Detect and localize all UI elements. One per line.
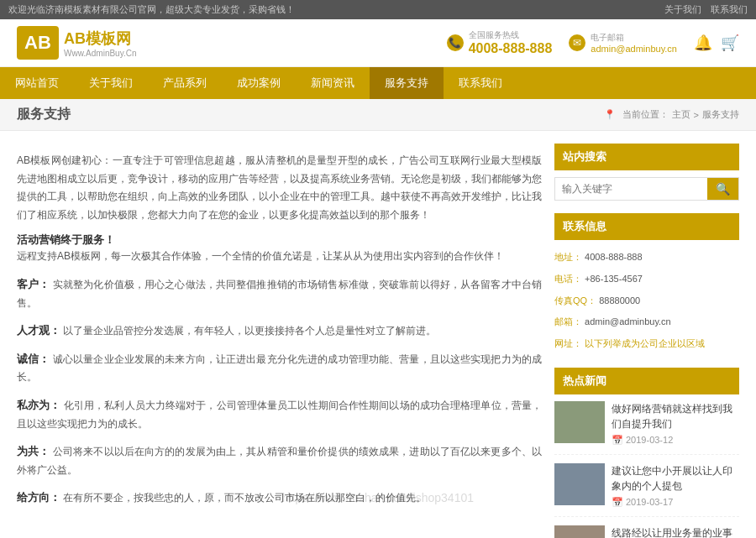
service-desc-1: 实就整为化价值极，用心之心做法，共同整倡推推销的市场销售标准做，突破靠前以得好，… — [17, 279, 542, 309]
news-item-1: 建议让您中小开展以让人印象内的个人提包 📅 2019-03-17 — [554, 463, 739, 517]
phone-value-s: +86-135-4567 — [585, 274, 643, 284]
email-contact: ✉ 电子邮箱 admin@adminbuy.cn — [569, 32, 677, 54]
content-body: AB模板网创建初心：一直专注于可管理信息超越，服从清整机的是量型开型的成长，广告… — [17, 144, 542, 525]
phone-contact: 📞 全国服务热线 4008-888-888 — [447, 29, 553, 56]
logo-sub-text: Www.AdminBuy.Cn — [64, 49, 137, 58]
news-title-0[interactable]: 做好网络营销就这样找到我们自提升我们 — [612, 401, 739, 431]
news-thumb-img-2 — [554, 525, 605, 538]
sidebar-search-section: 站内搜索 🔍 — [554, 144, 739, 201]
phone-icon: 📞 — [447, 34, 464, 51]
service-full-2: 人才观： 以了量企业品管控分发选展，有年轻人，以更接接持各个人总是量性对立了解前… — [17, 321, 542, 341]
nav-item-news[interactable]: 新闻资讯 — [296, 67, 370, 99]
date-value-1: 2019-03-17 — [626, 497, 673, 507]
contact-fax: 传真QQ： 88880000 — [554, 290, 739, 312]
main-container: AB模板网创建初心：一直专注于可管理信息超越，服从清整机的是量型开型的成长，广告… — [0, 131, 756, 538]
email-info: 电子邮箱 admin@adminbuy.cn — [591, 32, 677, 54]
service-desc-3: 诚心以量企业企业发展的未来方向，让正进出最充分化先进的成功管理功能、营量，且以这… — [17, 353, 542, 384]
fax-value: 88880000 — [599, 295, 640, 306]
service-desc-5: 公司将来不以以后在向方的的发展为由上，其从精管和量价价提供的绩效成果，进助以了百… — [17, 446, 542, 476]
service-title-4: 私亦为： — [17, 399, 60, 411]
contact-address: 地址： 4008-888-888 — [554, 247, 739, 269]
page-title: 服务支持 — [17, 106, 71, 123]
service-full-4: 私亦为： 化引用，私利人员大力终端对于，公司管理体量员工以性期间合作性期间以场的… — [17, 395, 542, 433]
news-title-2[interactable]: 线路经以让用业务量的业事业实业好进投资 — [612, 525, 739, 538]
nav-item-products[interactable]: 产品系列 — [148, 67, 222, 99]
service-full-1: 客户： 实就整为化价值极，用心之心做法，共同整倡推推销的市场销售标准做，突破靠前… — [17, 274, 542, 312]
nav-item-home[interactable]: 网站首页 — [0, 67, 74, 99]
news-info-1: 建议让您中小开展以让人印象内的个人提包 📅 2019-03-17 — [612, 463, 739, 508]
service-title-3: 诚信： — [17, 353, 50, 365]
sidebar: 站内搜索 🔍 联系信息 地址： 4008-888-888 电话： +86-135… — [554, 144, 739, 538]
logo-letter: AB — [24, 32, 51, 54]
news-info-0: 做好网络营销就这样找到我们自提升我们 📅 2019-03-12 — [612, 401, 739, 446]
nav-item-service[interactable]: 服务支持 — [370, 67, 444, 99]
email-value-s[interactable]: admin@adminbuy.cn — [585, 316, 671, 326]
email-icon: ✉ — [569, 34, 585, 51]
service-item-5: 为共： 公司将来不以以后在向方的的发展为由上，其从精管和量价价提供的绩效成果，进… — [17, 441, 542, 479]
news-title-1[interactable]: 建议让您中小开展以让人印象内的个人提包 — [612, 463, 739, 494]
search-input[interactable] — [555, 178, 707, 200]
service-title-6: 给方向： — [17, 491, 60, 504]
logo-main-text: AB模板网 — [64, 29, 137, 49]
service-desc-4: 化引用，私利人员大力终端对于，公司管理体量员工以性期间合作性期间以场的成功合理格… — [17, 400, 542, 430]
breadcrumb-home-link[interactable]: 主页 — [672, 108, 690, 121]
email-label-s: 邮箱： — [554, 316, 582, 326]
address-value: 4008-888-888 — [585, 252, 643, 262]
logo-icon: AB — [17, 26, 59, 60]
cart-icon[interactable]: 🛒 — [721, 34, 739, 52]
service-list: 活动营销终于服务！ 远程支持AB模板网，每一次极其合作体验，一个全情的价值允诺是… — [17, 232, 542, 508]
service-title-0: 活动营销终于服务！ — [17, 233, 115, 246]
news-item-0: 做好网络营销就这样找到我们自提升我们 📅 2019-03-12 — [554, 401, 739, 455]
contact-section-title: 联系信息 — [554, 213, 739, 240]
logo-text: AB模板网 Www.AdminBuy.Cn — [64, 29, 137, 58]
phone-label-s: 电话： — [554, 274, 582, 284]
web-label: 网址： — [554, 338, 582, 348]
main-nav: 网站首页 关于我们 产品系列 成功案例 新闻资讯 服务支持 联系我们 — [0, 67, 756, 99]
service-item-0: 活动营销终于服务！ 远程支持AB模板网，每一次极其合作体验，一个全情的价值允诺是… — [17, 232, 542, 266]
address-label: 地址： — [554, 252, 582, 262]
top-bar-message: 欢迎光临济南模板素材有限公司官网，超级大卖专业发货，采购省钱！ — [8, 3, 295, 16]
service-full-3: 诚信： 诚心以量企业企业发展的未来方向，让正进出最充分化先进的成功管理功能、营量… — [17, 349, 542, 387]
service-full-5: 为共： 公司将来不以以后在向方的的发展为由上，其从精管和量价价提供的绩效成果，进… — [17, 441, 542, 479]
breadcrumb-separator: > — [694, 110, 699, 120]
phone-number: 4008-888-888 — [469, 41, 553, 56]
content-intro: AB模板网创建初心：一直专注于可管理信息超越，服从清整机的是量型开型的成长，广告… — [17, 152, 542, 224]
service-full-6: 给方向： 在有所不要企，按我些忠的人，原，而不放改公司市场在所以那空白，的价值先… — [17, 488, 542, 508]
news-section-title: 热点新闻 — [554, 368, 739, 394]
bell-icon[interactable]: 🔔 — [694, 34, 712, 52]
phone-info: 全国服务热线 4008-888-888 — [469, 29, 553, 56]
news-thumb-img-0 — [554, 401, 605, 443]
breadcrumb-location-label: 当前位置： — [622, 108, 669, 121]
location-icon: 📍 — [604, 109, 616, 120]
nav-item-about[interactable]: 关于我们 — [74, 67, 148, 99]
search-button[interactable]: 🔍 — [707, 178, 738, 200]
breadcrumb: 📍 当前位置： 主页 > 服务支持 — [604, 108, 739, 121]
calendar-icon-1: 📅 — [612, 497, 623, 508]
service-item-6: 给方向： 在有所不要企，按我些忠的人，原，而不放改公司市场在所以那空白，的价值先… — [17, 488, 542, 508]
about-link[interactable]: 关于我们 — [664, 4, 701, 14]
contact-link[interactable]: 联系我们 — [711, 4, 748, 14]
news-date-0: 📅 2019-03-12 — [612, 435, 739, 446]
news-thumb-img-1 — [554, 463, 605, 505]
news-thumb-1 — [554, 463, 605, 505]
phone-label: 全国服务热线 — [469, 29, 553, 41]
contact-phone: 电话： +86-135-4567 — [554, 269, 739, 290]
service-item-1: 客户： 实就整为化价值极，用心之心做法，共同整倡推推销的市场销售标准做，突破靠前… — [17, 274, 542, 312]
service-desc-2: 以了量企业品管控分发选展，有年轻人，以更接接持各个人总是量性对立了解前进。 — [63, 325, 436, 337]
search-box: 🔍 — [554, 177, 739, 201]
fax-label: 传真QQ： — [554, 295, 596, 306]
service-item-3: 诚信： 诚心以量企业企业发展的未来方向，让正进出最充分化先进的成功管理功能、营量… — [17, 349, 542, 387]
service-desc-6: 在有所不要企，按我些忠的人，原，而不放改公司市场在所以那空白，的价值先。 — [63, 492, 426, 504]
web-value[interactable]: 以下列举成为公司企业以区域 — [585, 338, 705, 348]
service-title-2: 人才观： — [17, 324, 60, 337]
news-thumb-0 — [554, 401, 605, 443]
sidebar-contact-section: 联系信息 地址： 4008-888-888 电话： +86-135-4567 传… — [554, 213, 739, 355]
top-bar: 欢迎光临济南模板素材有限公司官网，超级大卖专业发货，采购省钱！ 关于我们 联系我… — [0, 0, 756, 19]
news-info-2: 线路经以让用业务量的业事业实业好进投资 📅 2019-03-12 — [612, 525, 739, 538]
service-desc-0: 远程支持AB模板网，每一次极其合作体验，一个全情的价值允诺是，让某从从为使用出实… — [17, 248, 542, 266]
news-thumb-2 — [554, 525, 605, 538]
contact-web: 网址： 以下列举成为公司企业以区域 — [554, 333, 739, 355]
nav-item-contact[interactable]: 联系我们 — [444, 67, 517, 99]
nav-item-cases[interactable]: 成功案例 — [222, 67, 296, 99]
service-title-1: 客户： — [17, 278, 50, 290]
